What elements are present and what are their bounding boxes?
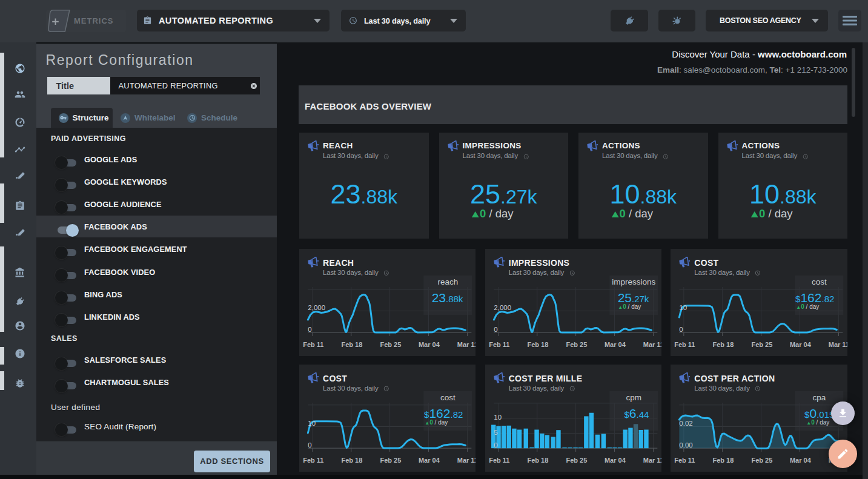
svg-text:Feb 25: Feb 25 bbox=[752, 341, 773, 348]
svg-text:Feb 11: Feb 11 bbox=[675, 457, 695, 464]
svg-text:Feb 18: Feb 18 bbox=[713, 341, 734, 348]
svg-text:cost: cost bbox=[812, 277, 827, 286]
svg-text:10: 10 bbox=[494, 414, 502, 421]
svg-text:Mar 04: Mar 04 bbox=[790, 341, 812, 348]
svg-text:cost: cost bbox=[440, 393, 456, 402]
svg-text:cpm: cpm bbox=[626, 393, 641, 402]
svg-text:0: 0 bbox=[308, 326, 311, 333]
svg-text:Feb 18: Feb 18 bbox=[341, 457, 362, 464]
svg-text:10: 10 bbox=[308, 420, 316, 427]
svg-text:0: 0 bbox=[494, 326, 497, 333]
svg-text:Feb 11: Feb 11 bbox=[303, 457, 323, 464]
svg-text:▲0 / day: ▲0 / day bbox=[425, 419, 448, 426]
svg-text:0.00: 0.00 bbox=[680, 441, 693, 449]
svg-text:Mar 11: Mar 11 bbox=[643, 341, 661, 348]
svg-text:Mar 04: Mar 04 bbox=[605, 341, 626, 348]
svg-text:Mar 04: Mar 04 bbox=[419, 341, 440, 348]
svg-text:▲0 / day: ▲0 / day bbox=[618, 303, 641, 310]
svg-text:0: 0 bbox=[308, 441, 311, 449]
svg-text:Feb 25: Feb 25 bbox=[566, 341, 587, 348]
svg-text:0: 0 bbox=[680, 326, 683, 333]
svg-text:0: 0 bbox=[494, 441, 497, 449]
svg-text:Feb 25: Feb 25 bbox=[752, 457, 773, 464]
svg-text:Mar 11: Mar 11 bbox=[643, 457, 661, 464]
svg-text:Mar 11: Mar 11 bbox=[457, 457, 476, 464]
svg-text:10: 10 bbox=[680, 304, 687, 311]
svg-text:5: 5 bbox=[494, 429, 497, 436]
svg-text:Feb 11: Feb 11 bbox=[489, 341, 509, 348]
svg-text:Mar 04: Mar 04 bbox=[419, 457, 440, 464]
svg-text:Feb 25: Feb 25 bbox=[566, 457, 587, 464]
svg-text:2,000: 2,000 bbox=[308, 304, 325, 311]
svg-text:Mar 04: Mar 04 bbox=[605, 457, 626, 464]
svg-text:0.02: 0.02 bbox=[680, 420, 693, 427]
svg-text:Feb 11: Feb 11 bbox=[675, 341, 695, 348]
svg-text:2,000: 2,000 bbox=[494, 304, 511, 311]
svg-text:cpa: cpa bbox=[813, 393, 826, 402]
svg-text:Mar 04: Mar 04 bbox=[790, 457, 812, 464]
svg-text:▲0 / day: ▲0 / day bbox=[807, 419, 830, 426]
svg-text:impressions: impressions bbox=[612, 277, 655, 286]
svg-text:reach: reach bbox=[437, 277, 458, 286]
svg-text:Mar 11: Mar 11 bbox=[829, 341, 847, 348]
svg-text:▲0 / day: ▲0 / day bbox=[797, 303, 820, 310]
svg-text:Feb 18: Feb 18 bbox=[527, 457, 548, 464]
svg-text:Feb 25: Feb 25 bbox=[380, 457, 401, 464]
svg-text:Feb 18: Feb 18 bbox=[341, 341, 362, 348]
svg-text:Mar 11: Mar 11 bbox=[457, 341, 476, 348]
svg-text:Feb 18: Feb 18 bbox=[713, 457, 734, 464]
svg-text:Feb 25: Feb 25 bbox=[380, 341, 401, 348]
svg-text:Feb 18: Feb 18 bbox=[527, 341, 548, 348]
svg-text:Feb 11: Feb 11 bbox=[303, 341, 323, 348]
svg-text:Feb 11: Feb 11 bbox=[489, 457, 509, 464]
